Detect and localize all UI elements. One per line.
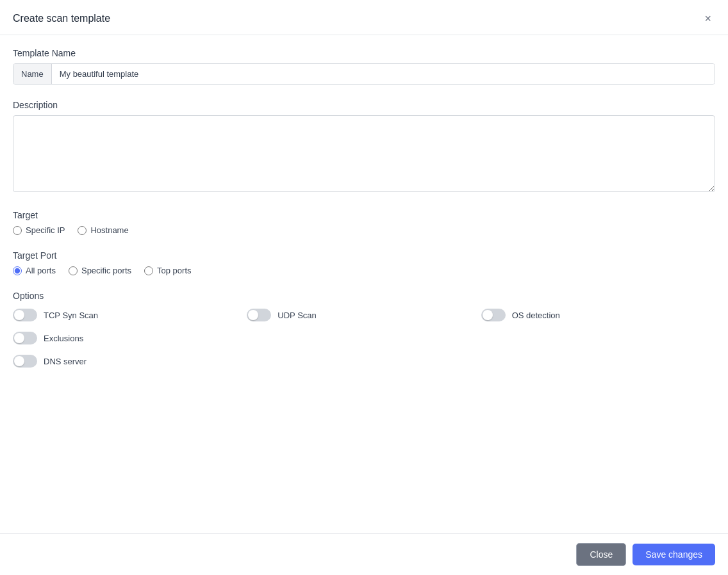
radio-specific-ip[interactable]: Specific IP [13,225,65,235]
save-changes-button[interactable]: Save changes [633,544,715,565]
radio-specific-ports-input[interactable] [69,266,78,275]
toggle-exclusions[interactable] [13,332,37,344]
name-input-group: Name [13,63,715,85]
radio-specific-ip-label: Specific IP [26,225,65,235]
options-grid: TCP Syn Scan UDP Scan OS detection [13,309,715,368]
radio-all-ports-label: All ports [26,266,56,275]
radio-specific-ports[interactable]: Specific ports [69,266,131,275]
name-prefix: Name [13,64,52,84]
radio-hostname-input[interactable] [78,226,87,235]
toggle-tcp-syn-scan-slider [13,309,37,321]
description-section: Description [13,100,715,195]
option-dns-server: DNS server [13,355,247,368]
target-section: Target Specific IP Hostname [13,210,715,235]
radio-hostname[interactable]: Hostname [78,225,128,235]
radio-hostname-label: Hostname [90,225,128,235]
target-label: Target [13,210,715,220]
udp-scan-label: UDP Scan [277,311,316,320]
toggle-udp-scan-slider [247,309,271,321]
modal-body: Template Name Name Description Target Sp… [0,35,728,533]
option-os-detection: OS detection [481,309,715,321]
option-udp-scan: UDP Scan [247,309,481,321]
create-scan-template-modal: Create scan template × Template Name Nam… [0,0,728,575]
modal-title: Create scan template [13,13,110,24]
toggle-os-detection[interactable] [481,309,506,321]
modal-header: Create scan template × [0,0,728,35]
radio-specific-ports-label: Specific ports [81,266,131,275]
target-radio-group: Specific IP Hostname [13,225,715,235]
radio-all-ports-input[interactable] [13,266,22,275]
dns-server-label: DNS server [44,357,87,366]
close-icon[interactable]: × [700,12,715,26]
toggle-udp-scan[interactable] [247,309,271,321]
toggle-exclusions-slider [13,332,37,344]
description-textarea[interactable] [13,115,715,192]
toggle-dns-server[interactable] [13,355,37,368]
radio-all-ports[interactable]: All ports [13,266,56,275]
description-label: Description [13,100,715,110]
exclusions-label: Exclusions [44,334,83,343]
options-label: Options [13,291,715,301]
template-name-section: Template Name Name [13,48,715,85]
radio-specific-ip-input[interactable] [13,226,22,235]
radio-top-ports[interactable]: Top ports [144,266,191,275]
toggle-dns-server-slider [13,355,37,368]
template-name-input[interactable] [52,64,715,84]
toggle-tcp-syn-scan[interactable] [13,309,37,321]
target-port-label: Target Port [13,250,715,261]
toggle-os-detection-slider [481,309,506,321]
tcp-syn-scan-label: TCP Syn Scan [44,311,98,320]
os-detection-label: OS detection [512,311,560,320]
close-button[interactable]: Close [576,543,626,566]
options-section: Options TCP Syn Scan UDP Scan [13,291,715,368]
template-name-label: Template Name [13,48,715,58]
modal-footer: Close Save changes [0,533,728,575]
target-port-section: Target Port All ports Specific ports Top… [13,250,715,275]
option-tcp-syn-scan: TCP Syn Scan [13,309,247,321]
option-exclusions: Exclusions [13,332,247,344]
target-port-radio-group: All ports Specific ports Top ports [13,266,715,275]
radio-top-ports-label: Top ports [157,266,191,275]
radio-top-ports-input[interactable] [144,266,153,275]
